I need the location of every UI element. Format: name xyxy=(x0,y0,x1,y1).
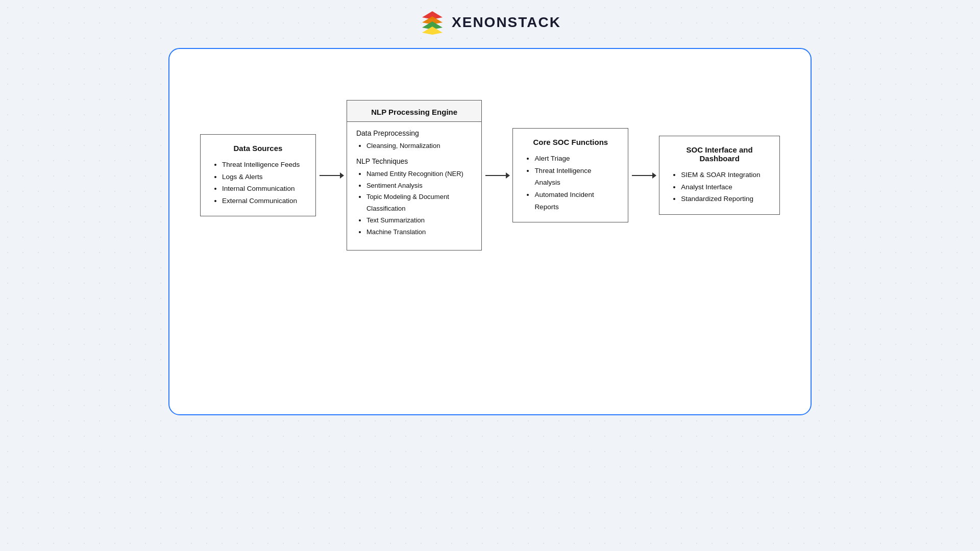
logo-icon xyxy=(419,9,446,36)
arrow-2 xyxy=(482,169,512,182)
nlp-box: NLP Processing Engine Data Preprocessing… xyxy=(347,100,482,251)
brand-name: XENONSTACK xyxy=(452,14,561,31)
diagram-area: Data Sources Threat Intelligence Feeds L… xyxy=(200,100,780,251)
nlp-section2-title: NLP Techniques xyxy=(356,157,472,165)
list-item: Machine Translation xyxy=(366,227,472,238)
soc-interface-box: SOC Interface and Dashboard SIEM & SOAR … xyxy=(659,136,780,215)
soc-interface-list: SIEM & SOAR Integration Analyst Interfac… xyxy=(671,169,768,205)
header: XENONSTACK xyxy=(419,0,561,43)
list-item: Alert Triage xyxy=(534,153,617,165)
arrow-3 xyxy=(628,169,659,182)
nlp-body: Data Preprocessing Cleansing, Normalizat… xyxy=(347,122,481,250)
list-item: Internal Communication xyxy=(222,183,304,195)
soc-interface-title: SOC Interface and Dashboard xyxy=(671,145,768,163)
nlp-section2-list: Named Entity Recognition (NER) Sentiment… xyxy=(356,168,472,238)
list-item: External Communication xyxy=(222,195,304,207)
svg-marker-5 xyxy=(340,172,344,179)
data-sources-title: Data Sources xyxy=(212,144,304,153)
page-content: XENONSTACK Data Sources Threat Intellige… xyxy=(0,0,980,551)
list-item: Threat Intelligence Analysis xyxy=(534,165,617,189)
list-item: SIEM & SOAR Integration xyxy=(681,169,768,181)
list-item: Named Entity Recognition (NER) xyxy=(366,168,472,180)
list-item: Topic Modeling & Document Classification xyxy=(366,191,472,215)
core-soc-list: Alert Triage Threat Intelligence Analysi… xyxy=(524,153,617,213)
nlp-title: NLP Processing Engine xyxy=(347,101,481,122)
list-item: Threat Intelligence Feeds xyxy=(222,159,304,171)
list-item: Analyst Interface xyxy=(681,181,768,193)
nlp-section1-title: Data Preprocessing xyxy=(356,129,472,137)
nlp-section1-list: Cleansing, Normalization xyxy=(356,140,472,152)
list-item: Standardized Reporting xyxy=(681,193,768,205)
svg-marker-7 xyxy=(506,172,510,179)
list-item: Logs & Alerts xyxy=(222,171,304,183)
core-soc-title: Core SOC Functions xyxy=(524,138,617,146)
core-soc-box: Core SOC Functions Alert Triage Threat I… xyxy=(512,128,628,222)
main-card: Data Sources Threat Intelligence Feeds L… xyxy=(168,48,812,415)
svg-marker-9 xyxy=(652,172,656,179)
data-sources-box: Data Sources Threat Intelligence Feeds L… xyxy=(200,134,316,217)
list-item: Text Summarization xyxy=(366,215,472,227)
data-sources-list: Threat Intelligence Feeds Logs & Alerts … xyxy=(212,159,304,207)
list-item: Cleansing, Normalization xyxy=(366,140,472,152)
arrow-1 xyxy=(316,169,347,182)
list-item: Automated Incident Reports xyxy=(534,189,617,213)
list-item: Sentiment Analysis xyxy=(366,180,472,192)
